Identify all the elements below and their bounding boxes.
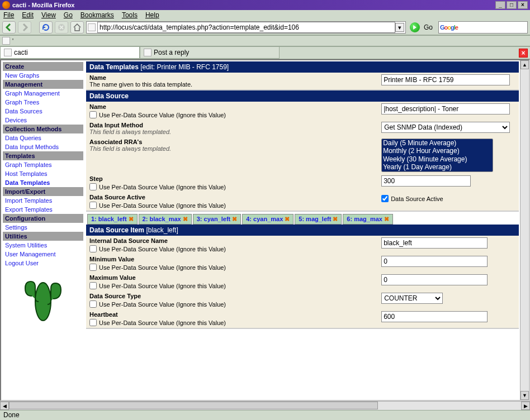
associated-rra-select[interactable]: Daily (5 Minute Average)Monthly (2 Hour … [381, 139, 493, 172]
scroll-left-icon[interactable]: ◀ [0, 402, 9, 410]
ds-item-tab[interactable]: 3: cyan_left✖ [193, 214, 242, 225]
perds-label: Use Per-Data Source Value (Ignore this V… [99, 202, 226, 209]
tab-close-button[interactable]: × [519, 49, 528, 58]
template-name-input[interactable] [381, 74, 510, 85]
menu-file[interactable]: File [3, 11, 14, 19]
sidebar-link[interactable]: Data Input Methods [3, 142, 83, 151]
browser-tab[interactable]: cacti [0, 46, 140, 59]
perds-checkbox[interactable] [89, 202, 97, 209]
ds-item-tab[interactable]: 6: mag_max✖ [343, 214, 393, 225]
perds-checkbox[interactable] [89, 264, 97, 271]
bookmark-item[interactable]: ' [12, 37, 13, 44]
sidebar-link[interactable]: Graph Management [3, 89, 83, 98]
perds-label: Use Per-Data Source Value (Ignore this V… [99, 301, 226, 308]
window-maximize-button[interactable]: □ [507, 1, 517, 9]
data-source-type-select[interactable]: COUNTER [381, 293, 443, 304]
sidebar-link[interactable]: Data Queries [3, 133, 83, 142]
ds-item-tab-label[interactable]: 1: black_left [91, 216, 127, 222]
status-text: Done [3, 411, 20, 419]
ds-active-checkbox[interactable] [381, 195, 389, 202]
heartbeat-input[interactable] [381, 311, 488, 322]
ds-item-tab-label[interactable]: 3: cyan_left [197, 216, 231, 222]
address-bar[interactable]: ▾ [86, 21, 406, 34]
back-button[interactable] [2, 21, 16, 34]
window-title: cacti - Mozilla Firefox [12, 2, 74, 8]
horizontal-scrollbar[interactable]: ◀ ▶ [0, 401, 530, 410]
sidebar-link[interactable]: User Management [3, 250, 83, 259]
go-button[interactable] [410, 22, 420, 32]
scroll-up-icon[interactable]: ▲ [520, 60, 529, 69]
tab-label: Post a reply [154, 49, 189, 56]
ds-name-input[interactable] [381, 103, 510, 114]
window-close-button[interactable]: × [518, 1, 528, 9]
reload-button[interactable] [39, 21, 53, 34]
sidebar-link[interactable]: Graph Templates [3, 160, 83, 169]
menu-view[interactable]: View [41, 11, 56, 19]
sidebar-link[interactable]: Data Sources [3, 107, 83, 116]
stop-button[interactable] [55, 21, 68, 34]
sidebar-link[interactable]: Settings [3, 223, 83, 232]
field-label: Step [89, 175, 381, 182]
sidebar-link[interactable]: Export Templates [3, 205, 83, 214]
ds-item-tab-label[interactable]: 6: mag_max [347, 216, 382, 222]
field-desc: The name given to this data template. [89, 81, 381, 88]
ds-item-tab-label[interactable]: 2: black_max [143, 216, 181, 222]
internal-ds-name-input[interactable] [381, 237, 488, 249]
perds-checkbox[interactable] [89, 111, 97, 118]
window-minimize-button[interactable]: _ [495, 1, 505, 9]
sidebar-link[interactable]: Graph Trees [3, 98, 83, 107]
scrollbar-thumb[interactable] [9, 402, 378, 409]
browser-tab[interactable]: Post a reply [140, 46, 280, 59]
perds-checkbox[interactable] [89, 183, 97, 190]
perds-checkbox[interactable] [89, 245, 97, 252]
minimum-value-input[interactable] [381, 256, 488, 267]
url-input[interactable] [97, 22, 395, 33]
sidebar-heading: Configuration [3, 214, 83, 223]
ds-item-tab-label[interactable]: 5: mag_left [299, 216, 331, 222]
ds-item-tab[interactable]: 4: cyan_max✖ [242, 214, 294, 225]
menu-go[interactable]: Go [64, 11, 73, 19]
close-icon[interactable]: ✖ [183, 216, 188, 222]
perds-checkbox[interactable] [89, 319, 97, 326]
field-label: Associated RRA's [89, 139, 381, 145]
menu-bookmarks[interactable]: Bookmarks [81, 11, 114, 19]
scroll-right-icon[interactable]: ▶ [521, 402, 530, 410]
perds-checkbox[interactable] [89, 300, 97, 308]
sidebar-link[interactable]: System Utilities [3, 241, 83, 250]
sidebar-link[interactable]: Host Templates [3, 169, 83, 178]
close-icon[interactable]: ✖ [129, 216, 134, 222]
sidebar-link[interactable]: Logout User [3, 259, 83, 268]
ds-item-tab[interactable]: 1: black_left✖ [87, 214, 138, 225]
step-input[interactable] [381, 175, 471, 187]
ds-item-tab-label[interactable]: 4: cyan_max [246, 216, 283, 222]
page-icon [88, 23, 96, 31]
tab-label: cacti [14, 49, 28, 56]
close-icon[interactable]: ✖ [285, 216, 290, 222]
sidebar-link[interactable]: Data Templates [3, 178, 83, 187]
home-button[interactable] [70, 21, 84, 34]
perds-checkbox[interactable] [89, 282, 97, 289]
ds-item-tab[interactable]: 5: mag_left✖ [295, 214, 342, 225]
ds-item-tab[interactable]: 2: black_max✖ [139, 214, 192, 225]
url-dropdown-icon[interactable]: ▾ [395, 23, 404, 32]
google-icon: Google [440, 24, 458, 31]
sidebar-heading: Create [3, 62, 83, 71]
forward-button[interactable] [18, 21, 31, 34]
close-icon[interactable]: ✖ [384, 216, 389, 222]
search-box[interactable]: Google [438, 21, 528, 34]
menu-help[interactable]: Help [145, 11, 159, 19]
vertical-scrollbar[interactable]: ▲ ▼ [520, 60, 529, 400]
sidebar-link[interactable]: Import Templates [3, 196, 83, 205]
perds-label: Use Per-Data Source Value (Ignore this V… [99, 283, 226, 289]
maximum-value-input[interactable] [381, 274, 488, 285]
menu-edit[interactable]: Edit [22, 11, 34, 19]
firefox-icon [2, 1, 10, 9]
data-input-method-select[interactable]: Get SNMP Data (Indexed) [381, 122, 510, 133]
close-icon[interactable]: ✖ [232, 216, 237, 222]
menu-tools[interactable]: Tools [122, 11, 138, 19]
scroll-down-icon[interactable]: ▼ [520, 391, 529, 400]
sidebar-link[interactable]: Devices [3, 116, 83, 125]
sidebar-link[interactable]: New Graphs [3, 71, 83, 80]
sidebar-heading: Templates [3, 151, 83, 160]
close-icon[interactable]: ✖ [333, 216, 338, 222]
